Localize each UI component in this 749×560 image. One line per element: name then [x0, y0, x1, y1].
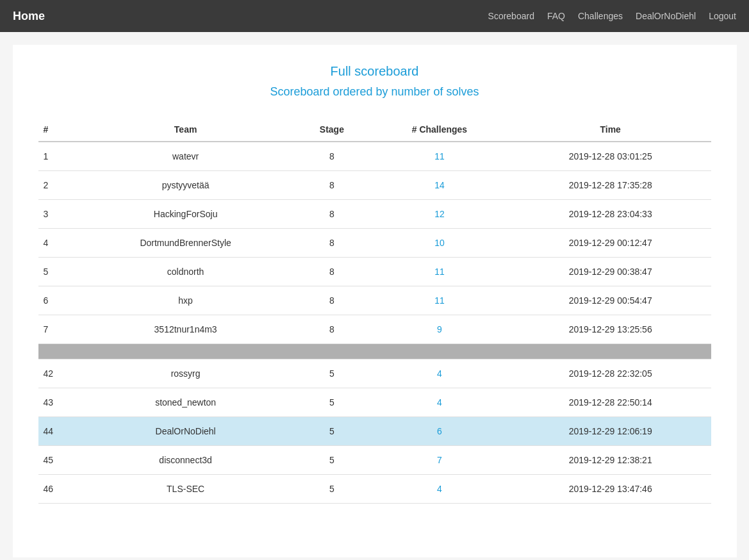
col-header-challenges: # Challenges [369, 118, 510, 142]
cell-stage: 5 [295, 446, 369, 475]
cell-time: 2019-12-29 13:47:46 [510, 475, 711, 504]
cell-stage: 5 [295, 359, 369, 388]
table-row: 73512tnur1n4m3892019-12-29 13:25:56 [38, 315, 711, 344]
col-header-team: Team [77, 118, 295, 142]
cell-time: 2019-12-29 13:25:56 [510, 315, 711, 344]
cell-rank: 42 [38, 359, 77, 388]
cell-challenges[interactable]: 12 [369, 200, 510, 229]
table-row: 44DealOrNoDiehl562019-12-29 12:06:19 [38, 417, 711, 446]
table-bottom-body: 42rossyrg542019-12-28 22:32:0543stoned_n… [38, 359, 711, 504]
nav-brand: Home [13, 10, 45, 23]
table-top-body: 1watevr8112019-12-28 03:01:252pystyyvetä… [38, 142, 711, 344]
challenges-link[interactable]: 9 [437, 324, 442, 334]
cell-challenges[interactable]: 11 [369, 258, 510, 286]
nav-links: Scoreboard FAQ Challenges DealOrNoDiehl … [488, 11, 736, 21]
cell-team: DealOrNoDiehl [77, 417, 295, 446]
cell-time: 2019-12-28 03:01:25 [510, 142, 711, 171]
nav-link-logout[interactable]: Logout [709, 11, 736, 21]
cell-time: 2019-12-28 22:32:05 [510, 359, 711, 388]
cell-team: hxp [77, 286, 295, 315]
challenges-link[interactable]: 6 [437, 426, 442, 436]
table-row: 46TLS-SEC542019-12-29 13:47:46 [38, 475, 711, 504]
col-header-time: Time [510, 118, 711, 142]
cell-stage: 8 [295, 315, 369, 344]
cell-rank: 43 [38, 388, 77, 417]
cell-challenges[interactable]: 6 [369, 417, 510, 446]
cell-challenges[interactable]: 10 [369, 229, 510, 258]
cell-rank: 3 [38, 200, 77, 229]
table-header: # Team Stage # Challenges Time [38, 118, 711, 142]
cell-challenges[interactable]: 11 [369, 142, 510, 171]
cell-team: HackingForSoju [77, 200, 295, 229]
cell-challenges[interactable]: 7 [369, 446, 510, 475]
cell-time: 2019-12-29 12:38:21 [510, 446, 711, 475]
table-row: 3HackingForSoju8122019-12-28 23:04:33 [38, 200, 711, 229]
cell-rank: 46 [38, 475, 77, 504]
cell-challenges[interactable]: 4 [369, 388, 510, 417]
challenges-link[interactable]: 12 [434, 209, 445, 219]
challenges-link[interactable]: 7 [437, 455, 442, 465]
col-header-rank: # [38, 118, 77, 142]
scoreboard-table: # Team Stage # Challenges Time 1watevr81… [38, 118, 711, 504]
nav-link-faq[interactable]: FAQ [547, 11, 565, 21]
cell-challenges[interactable]: 4 [369, 359, 510, 388]
table-row: 1watevr8112019-12-28 03:01:25 [38, 142, 711, 171]
challenges-link[interactable]: 4 [437, 484, 442, 494]
page-title: Full scoreboard [38, 64, 711, 79]
cell-rank: 7 [38, 315, 77, 344]
cell-challenges[interactable]: 11 [369, 286, 510, 315]
nav-link-scoreboard[interactable]: Scoreboard [488, 11, 534, 21]
challenges-link[interactable]: 14 [434, 180, 445, 190]
navbar: Home Scoreboard FAQ Challenges DealOrNoD… [0, 0, 749, 32]
cell-stage: 8 [295, 258, 369, 286]
cell-stage: 8 [295, 229, 369, 258]
cell-time: 2019-12-29 00:12:47 [510, 229, 711, 258]
nav-link-dealornodiehl[interactable]: DealOrNoDiehl [636, 11, 696, 21]
cell-team: DortmundBrennerStyle [77, 229, 295, 258]
cell-challenges[interactable]: 9 [369, 315, 510, 344]
cell-stage: 5 [295, 417, 369, 446]
table-row: 2pystyyvetää8142019-12-28 17:35:28 [38, 171, 711, 200]
challenges-link[interactable]: 10 [434, 238, 445, 248]
cell-time: 2019-12-29 00:38:47 [510, 258, 711, 286]
table-row: 5coldnorth8112019-12-29 00:38:47 [38, 258, 711, 286]
challenges-link[interactable]: 11 [434, 267, 445, 277]
cell-team: pystyyvetää [77, 171, 295, 200]
cell-team: rossyrg [77, 359, 295, 388]
table-row: 4DortmundBrennerStyle8102019-12-29 00:12… [38, 229, 711, 258]
cell-team: watevr [77, 142, 295, 171]
cell-rank: 5 [38, 258, 77, 286]
nav-link-challenges[interactable]: Challenges [578, 11, 623, 21]
cell-stage: 5 [295, 475, 369, 504]
cell-team: stoned_newton [77, 388, 295, 417]
main-content: Full scoreboard Scoreboard ordered by nu… [13, 45, 737, 557]
table-separator [38, 344, 711, 359]
table-row: 42rossyrg542019-12-28 22:32:05 [38, 359, 711, 388]
cell-rank: 1 [38, 142, 77, 171]
challenges-link[interactable]: 11 [434, 151, 445, 161]
cell-team: coldnorth [77, 258, 295, 286]
cell-rank: 2 [38, 171, 77, 200]
cell-team: 3512tnur1n4m3 [77, 315, 295, 344]
challenges-link[interactable]: 11 [434, 295, 445, 306]
cell-challenges[interactable]: 4 [369, 475, 510, 504]
cell-team: disconnect3d [77, 446, 295, 475]
challenges-link[interactable]: 4 [437, 368, 442, 379]
cell-time: 2019-12-28 23:04:33 [510, 200, 711, 229]
cell-stage: 5 [295, 388, 369, 417]
cell-time: 2019-12-29 00:54:47 [510, 286, 711, 315]
cell-rank: 4 [38, 229, 77, 258]
table-row: 45disconnect3d572019-12-29 12:38:21 [38, 446, 711, 475]
cell-stage: 8 [295, 200, 369, 229]
cell-time: 2019-12-29 12:06:19 [510, 417, 711, 446]
table-row: 6hxp8112019-12-29 00:54:47 [38, 286, 711, 315]
page-subtitle: Scoreboard ordered by number of solves [38, 85, 711, 99]
cell-stage: 8 [295, 171, 369, 200]
cell-stage: 8 [295, 142, 369, 171]
cell-rank: 6 [38, 286, 77, 315]
challenges-link[interactable]: 4 [437, 397, 442, 408]
cell-time: 2019-12-28 22:50:14 [510, 388, 711, 417]
col-header-stage: Stage [295, 118, 369, 142]
cell-challenges[interactable]: 14 [369, 171, 510, 200]
cell-team: TLS-SEC [77, 475, 295, 504]
